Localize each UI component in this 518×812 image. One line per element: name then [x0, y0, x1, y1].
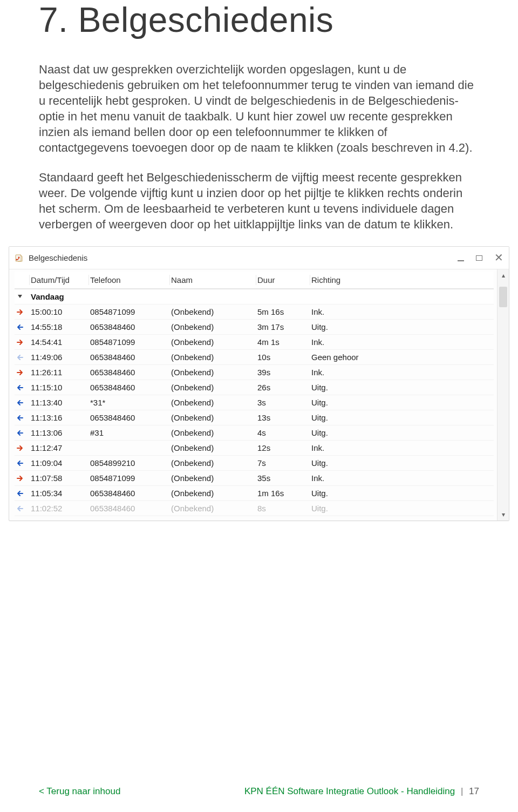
- call-history-table: Datum/Tijd Telefoon Naam Duur Richting: [15, 272, 494, 516]
- cell-phone[interactable]: 0854899210: [89, 456, 170, 471]
- table-header-row[interactable]: Datum/Tijd Telefoon Naam Duur Richting: [15, 272, 494, 289]
- cell-duration: 12s: [256, 441, 310, 456]
- cell-duration: 26s: [256, 380, 310, 395]
- cell-direction: Uitg.: [310, 380, 494, 395]
- cell-duration: 4m 1s: [256, 335, 310, 350]
- section-row-today[interactable]: Vandaag: [15, 289, 494, 304]
- cell-phone[interactable]: 0653848460: [89, 501, 170, 516]
- cell-time: 15:00:10: [30, 304, 89, 320]
- cell-duration: 5m 16s: [256, 304, 310, 320]
- cell-phone[interactable]: 0653848460: [89, 410, 170, 425]
- cell-name[interactable]: (Onbekend): [170, 425, 256, 441]
- cell-name[interactable]: (Onbekend): [170, 365, 256, 380]
- incoming-arrow-icon: [15, 471, 30, 486]
- outgoing-arrow-icon: [15, 410, 30, 425]
- cell-name[interactable]: (Onbekend): [170, 471, 256, 486]
- cell-duration: 10s: [256, 350, 310, 365]
- callhistory-window: Belgeschiedenis ✕ Datum/Tijd Telefoon Na…: [9, 246, 509, 521]
- table-row[interactable]: 11:07:580854871099(Onbekend)35sInk.: [15, 471, 494, 486]
- scroll-up-icon[interactable]: ▴: [497, 269, 509, 281]
- table-row[interactable]: 11:13:160653848460(Onbekend)13sUitg.: [15, 410, 494, 425]
- cell-name[interactable]: (Onbekend): [170, 380, 256, 395]
- incoming-arrow-icon: [15, 441, 30, 456]
- cell-name[interactable]: (Onbekend): [170, 456, 256, 471]
- cell-name[interactable]: (Onbekend): [170, 501, 256, 516]
- cell-time: 11:12:47: [30, 441, 89, 456]
- cell-phone[interactable]: 0653848460: [89, 380, 170, 395]
- cell-duration: 39s: [256, 365, 310, 380]
- table-row[interactable]: 15:00:100854871099(Onbekend)5m 16sInk.: [15, 304, 494, 320]
- scrollbar-thumb[interactable]: [499, 287, 507, 307]
- table-row[interactable]: 11:13:40*31*(Onbekend)3sUitg.: [15, 395, 494, 410]
- outgoing-arrow-icon: [15, 380, 30, 395]
- table-row[interactable]: 14:54:410854871099(Onbekend)4m 1sInk.: [15, 335, 494, 350]
- col-name[interactable]: Naam: [170, 272, 256, 289]
- outgoing-arrow-icon: [15, 425, 30, 441]
- paragraph-2: Standaard geeft het Belgeschiedenisscher…: [39, 170, 479, 232]
- cell-phone[interactable]: 0854871099: [89, 304, 170, 320]
- table-row[interactable]: 11:49:060653848460(Onbekend)10sGeen geho…: [15, 350, 494, 365]
- cell-name[interactable]: (Onbekend): [170, 441, 256, 456]
- cell-phone[interactable]: [89, 441, 170, 456]
- cell-direction: Ink.: [310, 441, 494, 456]
- cell-time: 11:09:04: [30, 456, 89, 471]
- cell-duration: 3s: [256, 395, 310, 410]
- cell-time: 14:54:41: [30, 335, 89, 350]
- close-icon[interactable]: ✕: [494, 252, 503, 263]
- cell-duration: 4s: [256, 425, 310, 441]
- outgoing-arrow-icon: [15, 320, 30, 335]
- scroll-down-icon[interactable]: ▾: [497, 509, 509, 520]
- cell-name[interactable]: (Onbekend): [170, 320, 256, 335]
- cell-phone[interactable]: 0653848460: [89, 365, 170, 380]
- cell-time: 11:26:11: [30, 365, 89, 380]
- cell-name[interactable]: (Onbekend): [170, 350, 256, 365]
- svg-point-1: [16, 259, 18, 260]
- page-footer: < Terug naar inhoud KPN ÉÉN Software Int…: [39, 786, 479, 797]
- outgoing-arrow-icon: [15, 456, 30, 471]
- section-label: Vandaag: [30, 289, 494, 304]
- cell-name[interactable]: (Onbekend): [170, 486, 256, 501]
- cell-name[interactable]: (Onbekend): [170, 410, 256, 425]
- table-row[interactable]: 11:05:340653848460(Onbekend)1m 16sUitg.: [15, 486, 494, 501]
- cell-phone[interactable]: 0854871099: [89, 335, 170, 350]
- col-phone[interactable]: Telefoon: [89, 272, 170, 289]
- collapse-icon[interactable]: [16, 292, 24, 301]
- cell-direction: Uitg.: [310, 501, 494, 516]
- vertical-scrollbar[interactable]: ▴ ▾: [497, 269, 509, 520]
- table-row[interactable]: 11:09:040854899210(Onbekend)7sUitg.: [15, 456, 494, 471]
- cell-duration: 1m 16s: [256, 486, 310, 501]
- cell-name[interactable]: (Onbekend): [170, 304, 256, 320]
- table-row[interactable]: 11:02:520653848460(Onbekend)8sUitg.: [15, 501, 494, 516]
- separator: |: [461, 786, 463, 796]
- cell-duration: 13s: [256, 410, 310, 425]
- outgoing-arrow-icon: [15, 395, 30, 410]
- minimize-icon[interactable]: [458, 260, 464, 261]
- cell-phone[interactable]: 0653848460: [89, 350, 170, 365]
- cell-phone[interactable]: 0653848460: [89, 320, 170, 335]
- table-row[interactable]: 11:13:06#31(Onbekend)4sUitg.: [15, 425, 494, 441]
- cell-phone[interactable]: 0653848460: [89, 486, 170, 501]
- table-row[interactable]: 11:12:47(Onbekend)12sInk.: [15, 441, 494, 456]
- cell-time: 11:49:06: [30, 350, 89, 365]
- cell-direction: Ink.: [310, 471, 494, 486]
- cell-time: 11:02:52: [30, 501, 89, 516]
- table-row[interactable]: 14:55:180653848460(Onbekend)3m 17sUitg.: [15, 320, 494, 335]
- cell-name[interactable]: (Onbekend): [170, 335, 256, 350]
- cell-phone[interactable]: *31*: [89, 395, 170, 410]
- col-duration[interactable]: Duur: [256, 272, 310, 289]
- cell-name[interactable]: (Onbekend): [170, 395, 256, 410]
- cell-phone[interactable]: 0854871099: [89, 471, 170, 486]
- col-datetime[interactable]: Datum/Tijd: [30, 272, 89, 289]
- table-row[interactable]: 11:15:100653848460(Onbekend)26sUitg.: [15, 380, 494, 395]
- col-direction[interactable]: Richting: [310, 272, 494, 289]
- page-number: 17: [469, 786, 479, 796]
- table-row[interactable]: 11:26:110653848460(Onbekend)39sInk.: [15, 365, 494, 380]
- back-to-contents-link[interactable]: < Terug naar inhoud: [39, 786, 120, 797]
- cell-time: 11:13:16: [30, 410, 89, 425]
- cell-phone[interactable]: #31: [89, 425, 170, 441]
- outgoing-arrow-icon: [15, 350, 30, 365]
- cell-direction: Ink.: [310, 365, 494, 380]
- cell-time: 11:13:40: [30, 395, 89, 410]
- titlebar[interactable]: Belgeschiedenis ✕: [9, 247, 509, 269]
- maximize-icon[interactable]: [476, 255, 482, 261]
